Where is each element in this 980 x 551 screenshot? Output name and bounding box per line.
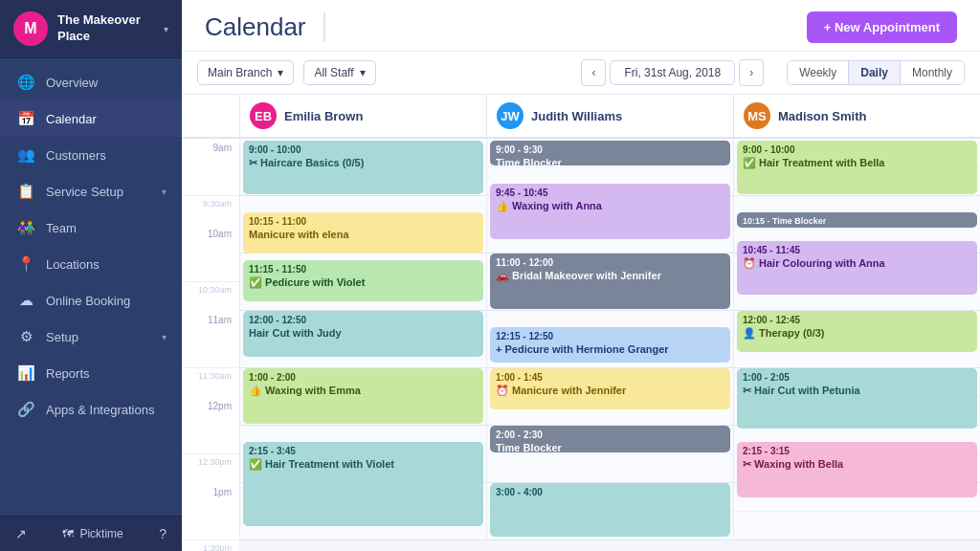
calendar-grid: EB Emilia Brown JW Judith Williams MS Ma… bbox=[182, 95, 980, 551]
appt-time: 12:00 - 12:45 bbox=[743, 315, 971, 325]
appt-time: 12:00 - 12:50 bbox=[249, 315, 478, 325]
time-header bbox=[182, 95, 239, 139]
appt-judith-pedicure[interactable]: 12:15 - 12:50 + Pedicure with Hermione G… bbox=[490, 327, 730, 363]
sidebar-item-calendar[interactable]: 📅 Calendar bbox=[0, 100, 182, 137]
appt-emilia-waxing[interactable]: 1:00 - 2:00 👍 Waxing with Emma bbox=[243, 368, 483, 424]
appt-time: 1:00 - 2:00 bbox=[249, 372, 478, 383]
globe-icon: 🌐 bbox=[15, 74, 36, 91]
staff-header-emilia: EB Emilia Brown bbox=[239, 95, 486, 139]
appt-judith-timeblocker1[interactable]: 9:00 - 9:30 Time Blocker bbox=[490, 141, 730, 165]
appt-time: 10:15 - 11:00 bbox=[249, 216, 478, 227]
time-1pm: 1pm bbox=[182, 483, 239, 540]
appt-madison-haircolour[interactable]: 10:45 - 11:45 ⏰ Hair Colouring with Anna bbox=[737, 241, 977, 295]
appt-title: ✅ Hair Treatment with Bella bbox=[743, 156, 971, 169]
appt-time: 9:45 - 10:45 bbox=[496, 187, 724, 198]
appt-time: 11:00 - 12:00 bbox=[496, 257, 724, 268]
staff-name: Emilia Brown bbox=[284, 109, 363, 123]
appt-time: 12:15 - 12:50 bbox=[496, 331, 724, 342]
sidebar-item-label: Customers bbox=[46, 148, 167, 163]
appt-judith-manicure[interactable]: 1:00 - 1:45 ⏰ Manicure with Jennifer bbox=[490, 368, 730, 409]
date-nav: ‹ Fri, 31st Aug, 2018 › bbox=[581, 59, 764, 86]
picktime-icon: 🗺 bbox=[62, 527, 74, 540]
sidebar-item-apps[interactable]: 🔗 Apps & Integrations bbox=[0, 391, 182, 428]
sidebar-item-label: Reports bbox=[46, 366, 167, 381]
main-content: Calendar + New Appointment Main Branch ▾… bbox=[182, 0, 980, 551]
staff-header-judith: JW Judith Williams bbox=[486, 95, 733, 139]
location-select[interactable]: Main Branch ▾ bbox=[197, 60, 294, 85]
appt-judith-timeblocker2[interactable]: 2:00 - 2:30 Time Blocker bbox=[490, 426, 730, 452]
appt-title: 🚗 Bridal Makeover with Jennifer bbox=[496, 269, 724, 282]
appt-emilia-hair-treatment[interactable]: 2:15 - 3:45 ✅ Hair Treatment with Violet bbox=[243, 442, 483, 526]
sidebar-item-online-booking[interactable]: ☁ Online Booking bbox=[0, 282, 182, 319]
staff-select[interactable]: All Staff ▾ bbox=[303, 60, 375, 85]
appt-madison-hairtreatment[interactable]: 9:00 - 10:00 ✅ Hair Treatment with Bella bbox=[737, 141, 977, 194]
calendar-area[interactable]: EB Emilia Brown JW Judith Williams MS Ma… bbox=[182, 95, 980, 551]
sidebar-logo[interactable]: M The Makeover Place ▾ bbox=[0, 0, 182, 58]
staff-header-madison: MS Madison Smith bbox=[733, 95, 980, 139]
sidebar-nav: 🌐 Overview 📅 Calendar 👥 Customers 📋 Serv… bbox=[0, 58, 182, 516]
sidebar-item-label: Service Setup bbox=[46, 185, 162, 199]
madison-column: 9:00 - 10:00 ✅ Hair Treatment with Bella… bbox=[733, 139, 980, 540]
gear-icon: ⚙ bbox=[15, 328, 36, 345]
sidebar-item-label: Online Booking bbox=[46, 294, 167, 308]
appt-madison-haircut[interactable]: 1:00 - 2:05 ✂ Hair Cut with Petunia bbox=[737, 368, 977, 429]
appt-title: 👤 Therapy (0/3) bbox=[743, 326, 971, 340]
appt-time: 10:45 - 11:45 bbox=[743, 245, 971, 255]
sidebar: M The Makeover Place ▾ 🌐 Overview 📅 Cale… bbox=[0, 0, 182, 551]
weekly-view-button[interactable]: Weekly bbox=[788, 61, 849, 84]
sidebar-item-overview[interactable]: 🌐 Overview bbox=[0, 64, 182, 100]
view-toggle: Weekly Daily Monthly bbox=[787, 60, 965, 85]
daily-view-button[interactable]: Daily bbox=[849, 61, 901, 84]
new-appointment-button[interactable]: + New Appointment bbox=[807, 11, 957, 43]
chevron-down-icon: ▾ bbox=[162, 187, 167, 197]
appt-judith-3pm[interactable]: 3:00 - 4:00 bbox=[490, 483, 730, 537]
appt-title: ✅ Hair Treatment with Violet bbox=[249, 457, 478, 471]
sidebar-item-locations[interactable]: 📍 Locations bbox=[0, 246, 182, 282]
appt-emilia-manicure[interactable]: 10:15 - 11:00 Manicure with elena bbox=[243, 212, 483, 253]
appt-madison-waxing[interactable]: 2:15 - 3:15 ✂ Waxing with Bella bbox=[737, 442, 977, 497]
staff-label: All Staff bbox=[314, 66, 353, 79]
sidebar-item-label: Locations bbox=[46, 257, 167, 272]
time-1230pm: 12:30pm bbox=[182, 454, 239, 483]
appt-title: ⏰ Manicure with Jennifer bbox=[496, 384, 724, 397]
sidebar-item-label: Team bbox=[46, 221, 167, 235]
appt-title: Hair Cut with Judy bbox=[249, 326, 478, 340]
avatar: JW bbox=[497, 102, 523, 129]
help-icon[interactable]: ? bbox=[159, 526, 167, 541]
appt-emilia-haircare[interactable]: 9:00 - 10:00 ✂ Haircare Basics (0/5) bbox=[243, 141, 483, 194]
time-130pm: 1:30pm bbox=[182, 540, 239, 551]
appt-time: 9:00 - 9:30 bbox=[496, 144, 724, 155]
sidebar-item-label: Apps & Integrations bbox=[46, 403, 167, 417]
appt-emilia-haircut[interactable]: 12:00 - 12:50 Hair Cut with Judy bbox=[243, 311, 483, 357]
sidebar-item-label: Calendar bbox=[46, 112, 167, 126]
appt-time: 2:15 - 3:45 bbox=[249, 446, 478, 456]
appt-title: ✂ Hair Cut with Petunia bbox=[743, 384, 971, 397]
appt-judith-waxing[interactable]: 9:45 - 10:45 👍 Waxing with Anna bbox=[490, 184, 730, 239]
sidebar-item-team[interactable]: 👫 Team bbox=[0, 209, 182, 246]
picktime-brand: 🗺 Picktime bbox=[62, 527, 122, 540]
avatar: MS bbox=[744, 102, 770, 129]
appt-title: ✂ Haircare Basics (0/5) bbox=[249, 156, 478, 169]
appt-judith-bridal[interactable]: 11:00 - 12:00 🚗 Bridal Makeover with Jen… bbox=[490, 253, 730, 309]
next-date-button[interactable]: › bbox=[739, 59, 764, 86]
chevron-icon: ▾ bbox=[278, 66, 283, 79]
appt-title: ✅ Pedicure with Violet bbox=[249, 276, 478, 289]
external-link-icon[interactable]: ↗ bbox=[15, 526, 27, 541]
appt-title: 👍 Waxing with Anna bbox=[496, 199, 724, 212]
apps-icon: 🔗 bbox=[15, 401, 36, 418]
sidebar-item-label: Setup bbox=[46, 330, 162, 344]
appt-madison-timeblocker[interactable]: 10:15 - Time Blocker bbox=[737, 212, 977, 228]
staff-name: Judith Williams bbox=[531, 109, 622, 123]
appt-emilia-pedicure[interactable]: 11:15 - 11:50 ✅ Pedicure with Violet bbox=[243, 260, 483, 301]
appt-madison-therapy[interactable]: 12:00 - 12:45 👤 Therapy (0/3) bbox=[737, 311, 977, 352]
sidebar-item-service-setup[interactable]: 📋 Service Setup ▾ bbox=[0, 173, 182, 209]
prev-date-button[interactable]: ‹ bbox=[581, 59, 606, 86]
sidebar-item-setup[interactable]: ⚙ Setup ▾ bbox=[0, 319, 182, 355]
sidebar-item-reports[interactable]: 📊 Reports bbox=[0, 355, 182, 391]
reports-icon: 📊 bbox=[15, 364, 36, 382]
monthly-view-button[interactable]: Monthly bbox=[901, 61, 964, 84]
time-11am: 11am bbox=[182, 311, 239, 368]
cloud-icon: ☁ bbox=[15, 292, 36, 309]
sidebar-item-customers[interactable]: 👥 Customers bbox=[0, 137, 182, 173]
avatar: EB bbox=[250, 102, 277, 129]
